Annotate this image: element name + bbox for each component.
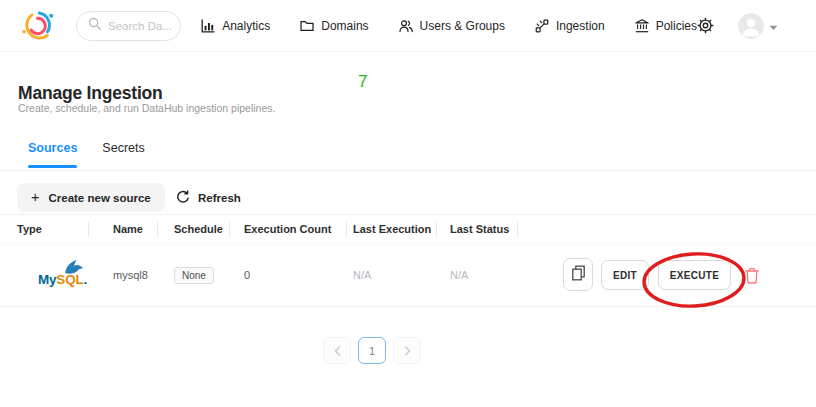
schedule-badge: None — [174, 267, 214, 284]
create-new-source-button[interactable]: + Create new source — [17, 183, 165, 212]
api-icon — [535, 19, 549, 33]
column-header-type: Type — [0, 221, 89, 237]
page-subtitle: Create, schedule, and run DataHub ingest… — [18, 102, 275, 114]
datahub-manage-ingestion-page: Analytics Domains Users — [0, 0, 816, 407]
user-account-menu[interactable] — [738, 13, 778, 39]
execute-button[interactable]: EXECUTE — [658, 260, 731, 290]
annotation-step-number: 7 — [358, 72, 367, 92]
tab-sources[interactable]: Sources — [28, 141, 77, 168]
search-input[interactable] — [108, 20, 174, 32]
datahub-logo-icon[interactable] — [18, 7, 56, 45]
nav-item-policies[interactable]: Policies — [635, 19, 697, 33]
column-header-schedule: Schedule — [158, 221, 230, 237]
tab-secrets[interactable]: Secrets — [102, 141, 144, 168]
nav-label: Ingestion — [556, 19, 605, 33]
tabs-divider — [0, 170, 816, 171]
copy-urn-button[interactable] — [563, 258, 593, 291]
refresh-icon — [176, 190, 190, 206]
page-title: Manage Ingestion — [18, 83, 163, 104]
table-row: MySQL. mysql8 None 0 N/A N/A EDIT EXECUT… — [0, 243, 816, 307]
search-icon — [88, 17, 102, 35]
edit-button[interactable]: EDIT — [601, 260, 649, 290]
cell-last-execution: N/A — [347, 269, 437, 281]
bar-chart-icon — [201, 19, 215, 33]
column-header-last-status: Last Status — [437, 221, 518, 237]
top-navbar: Analytics Domains Users — [0, 0, 816, 52]
nav-label: Domains — [321, 19, 368, 33]
pagination: 1 — [323, 337, 421, 364]
chevron-left-icon — [334, 342, 341, 360]
ingestion-tabs: Sources Secrets — [28, 141, 145, 168]
pagination-prev-button[interactable] — [323, 337, 351, 364]
create-new-source-label: Create new source — [48, 192, 150, 204]
cell-last-status: N/A — [437, 269, 518, 281]
pagination-next-button[interactable] — [393, 337, 421, 364]
table-header-row: Type Name Schedule Execution Count Last … — [0, 215, 816, 243]
nav-label: Analytics — [222, 19, 270, 33]
nav-item-ingestion[interactable]: Ingestion — [535, 19, 605, 33]
refresh-label: Refresh — [198, 192, 241, 204]
delete-trash-icon[interactable] — [744, 267, 760, 284]
main-navigation: Analytics Domains Users — [201, 19, 697, 33]
pagination-page-1[interactable]: 1 — [358, 337, 386, 364]
mysql-logo: MySQL. — [38, 272, 96, 287]
refresh-button[interactable]: Refresh — [170, 183, 247, 212]
user-avatar — [738, 13, 764, 39]
navbar-right — [697, 13, 816, 39]
mysql-dolphin-icon — [63, 258, 88, 277]
copy-icon — [571, 265, 586, 284]
chevron-down-icon — [769, 17, 778, 35]
column-header-last-execution: Last Execution — [347, 221, 437, 237]
team-icon — [399, 19, 413, 33]
nav-item-users-groups[interactable]: Users & Groups — [399, 19, 505, 33]
nav-label: Policies — [656, 19, 697, 33]
cell-schedule: None — [158, 267, 230, 284]
folder-icon — [300, 19, 314, 33]
column-header-execution-count: Execution Count — [230, 221, 347, 237]
nav-item-analytics[interactable]: Analytics — [201, 19, 270, 33]
cell-name: mysql8 — [89, 269, 158, 281]
column-header-name: Name — [89, 221, 158, 237]
search-bar[interactable] — [76, 11, 181, 41]
nav-item-domains[interactable]: Domains — [300, 19, 368, 33]
settings-gear-icon[interactable] — [697, 17, 714, 34]
cell-execution-count: 0 — [230, 269, 347, 281]
bank-icon — [635, 19, 649, 33]
cell-type: MySQL. — [0, 263, 89, 287]
plus-icon: + — [31, 190, 39, 205]
chevron-right-icon — [404, 342, 411, 360]
nav-label: Users & Groups — [420, 19, 505, 33]
